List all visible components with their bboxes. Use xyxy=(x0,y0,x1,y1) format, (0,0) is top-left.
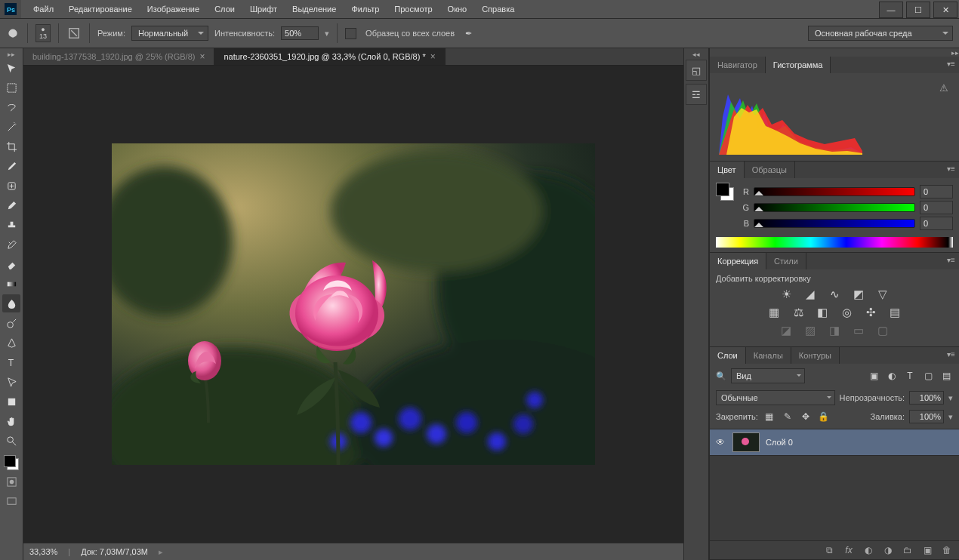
input-b[interactable] xyxy=(920,217,953,230)
posterize-icon[interactable]: ▨ xyxy=(802,324,819,337)
wand-tool[interactable] xyxy=(2,118,20,136)
menu-view[interactable]: Просмотр xyxy=(387,2,439,17)
fx-icon[interactable]: fx xyxy=(843,544,855,556)
history-brush-tool[interactable] xyxy=(2,235,20,254)
quickmask-toggle[interactable] xyxy=(2,472,20,491)
canvas-area[interactable] xyxy=(23,66,683,543)
curves-icon[interactable]: ∿ xyxy=(826,288,843,301)
pressure-icon[interactable]: ✒ xyxy=(461,26,476,41)
workspace-select[interactable]: Основная рабочая среда xyxy=(808,26,953,41)
fill-input[interactable] xyxy=(909,410,944,423)
toolstrip-collapse[interactable]: ▸▸ xyxy=(0,50,23,58)
panel-menu-icon[interactable]: ▾≡ xyxy=(947,256,956,265)
document-tab[interactable]: nature-2360351_1920.jpg @ 33,3% (Слой 0,… xyxy=(214,48,445,65)
lasso-tool[interactable] xyxy=(2,98,20,116)
type-tool[interactable]: T xyxy=(2,353,20,371)
lut-icon[interactable]: ▤ xyxy=(887,306,903,319)
invert-icon[interactable]: ◪ xyxy=(778,324,794,337)
layer-name[interactable]: Слой 0 xyxy=(766,438,793,447)
filter-smart-icon[interactable]: ▤ xyxy=(939,370,953,382)
brightness-icon[interactable]: ☀ xyxy=(778,288,794,301)
intensity-input[interactable] xyxy=(281,26,319,40)
zoom-tool[interactable] xyxy=(2,432,20,450)
brush-tool[interactable] xyxy=(2,196,20,214)
mode-select[interactable]: Нормальный xyxy=(131,26,208,41)
close-icon[interactable]: × xyxy=(430,51,436,62)
link-layers-icon[interactable]: ⧉ xyxy=(823,544,835,556)
slider-g[interactable] xyxy=(754,203,915,212)
menu-layer[interactable]: Слои xyxy=(207,2,242,17)
blur-tool[interactable] xyxy=(2,294,20,312)
close-icon[interactable]: × xyxy=(199,51,205,62)
input-g[interactable] xyxy=(920,201,953,214)
panel-menu-icon[interactable]: ▾≡ xyxy=(947,60,956,69)
brush-preset-picker[interactable]: ●13 xyxy=(35,24,51,42)
threshold-icon[interactable]: ◨ xyxy=(826,324,843,337)
tab-styles[interactable]: Стили xyxy=(766,253,806,269)
spectrum-ramp[interactable] xyxy=(716,237,953,248)
lock-all-icon[interactable]: 🔒 xyxy=(817,411,831,423)
tab-navigator[interactable]: Навигатор xyxy=(710,57,766,73)
dock-collapse[interactable]: ◂◂ xyxy=(684,50,708,58)
filter-type-icon[interactable]: T xyxy=(903,370,917,382)
move-tool[interactable] xyxy=(2,59,20,77)
tab-swatches[interactable]: Образцы xyxy=(745,162,795,178)
new-layer-icon[interactable]: ▣ xyxy=(921,544,933,556)
gradient-tool[interactable] xyxy=(2,275,20,293)
menu-select[interactable]: Выделение xyxy=(285,2,344,17)
exposure-icon[interactable]: ◩ xyxy=(850,288,867,301)
properties-panel-icon[interactable]: ☲ xyxy=(686,84,707,105)
layer-filter-select[interactable]: Вид xyxy=(731,368,805,383)
panel-menu-icon[interactable]: ▾≡ xyxy=(947,350,956,359)
slider-b[interactable] xyxy=(754,219,915,228)
panels-collapse[interactable]: ▸▸ xyxy=(710,48,959,57)
delete-layer-icon[interactable]: 🗑 xyxy=(941,544,953,556)
search-icon[interactable]: 🔍 xyxy=(716,371,726,381)
gradmap-icon[interactable]: ▭ xyxy=(850,324,867,337)
histogram-warning-icon[interactable]: ⚠ xyxy=(939,82,948,94)
tab-paths[interactable]: Контуры xyxy=(791,347,840,364)
filter-shape-icon[interactable]: ▢ xyxy=(921,370,935,382)
tab-correction[interactable]: Коррекция xyxy=(710,253,766,269)
screenmode-toggle[interactable] xyxy=(2,492,20,510)
path-select-tool[interactable] xyxy=(2,373,20,391)
document-tab[interactable]: building-1377538_1920.jpg @ 25% (RGB/8)× xyxy=(23,48,214,65)
window-minimize-button[interactable]: — xyxy=(879,2,903,18)
color-swatches[interactable] xyxy=(716,183,734,201)
history-panel-icon[interactable]: ◱ xyxy=(686,60,707,81)
group-icon[interactable]: 🗀 xyxy=(902,544,914,556)
lock-pixels-icon[interactable]: ▦ xyxy=(763,411,776,423)
crop-tool[interactable] xyxy=(2,137,20,155)
fg-bg-colors[interactable] xyxy=(2,454,20,472)
mask-icon[interactable]: ◐ xyxy=(862,544,874,556)
photofilter-icon[interactable]: ◎ xyxy=(838,306,855,319)
eyedropper-tool[interactable] xyxy=(2,157,20,175)
tab-histogram[interactable]: Гистограмма xyxy=(766,57,831,73)
menu-edit[interactable]: Редактирование xyxy=(61,2,140,17)
tab-layers[interactable]: Слои xyxy=(710,347,746,364)
zoom-value[interactable]: 33,33% xyxy=(29,547,57,556)
menu-file[interactable]: Файл xyxy=(26,2,61,17)
colorbal-icon[interactable]: ⚖ xyxy=(790,306,806,319)
dodge-tool[interactable] xyxy=(2,314,20,332)
lock-brush-icon[interactable]: ✎ xyxy=(781,411,794,423)
tab-channels[interactable]: Каналы xyxy=(746,347,791,364)
visibility-icon[interactable]: 👁 xyxy=(716,437,726,448)
eraser-tool[interactable] xyxy=(2,255,20,273)
window-close-button[interactable]: ✕ xyxy=(933,2,957,18)
shape-tool[interactable] xyxy=(2,392,20,411)
sample-all-checkbox[interactable] xyxy=(345,28,356,39)
stamp-tool[interactable] xyxy=(2,216,20,234)
bw-icon[interactable]: ◧ xyxy=(814,306,831,319)
layer-row[interactable]: 👁 Слой 0 xyxy=(710,429,959,456)
huesat-icon[interactable]: ▦ xyxy=(766,306,782,319)
vibrance-icon[interactable]: ▽ xyxy=(874,288,891,301)
slider-r[interactable] xyxy=(754,187,915,196)
active-tool-icon[interactable] xyxy=(6,26,20,40)
lock-move-icon[interactable]: ✥ xyxy=(799,411,813,423)
hand-tool[interactable] xyxy=(2,412,20,430)
menu-image[interactable]: Изображение xyxy=(140,2,207,17)
adjustment-icon[interactable]: ◑ xyxy=(882,544,894,556)
marquee-tool[interactable] xyxy=(2,78,20,97)
opacity-input[interactable] xyxy=(909,391,944,405)
